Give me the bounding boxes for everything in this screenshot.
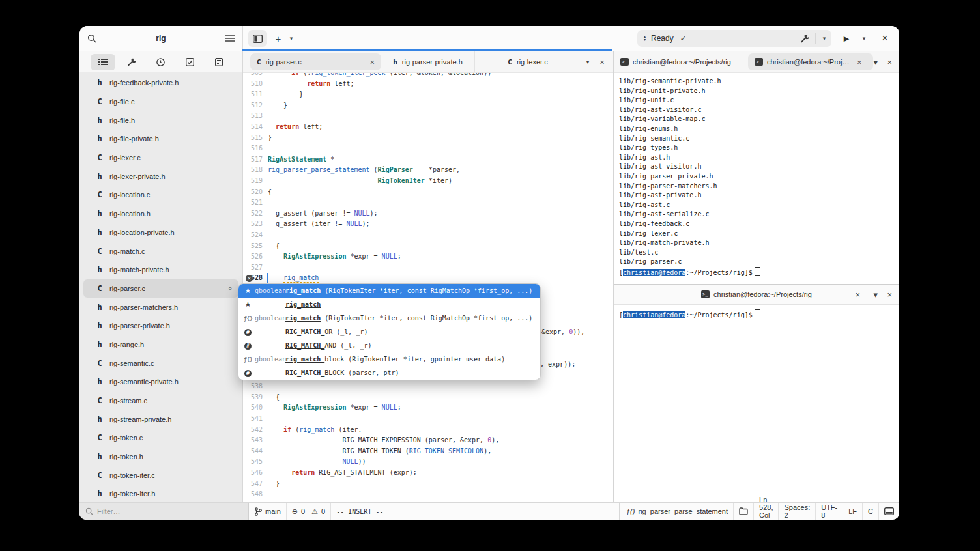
tab-label: rig-parser.c — [266, 58, 302, 66]
line-number: 545 — [243, 457, 265, 468]
run-button[interactable]: ▶ — [839, 30, 854, 47]
completion-item[interactable]: ƒ{}gbooleanrig_match (RigTokenIter *iter… — [238, 311, 540, 325]
file-row[interactable]: hrig-match-private.h — [83, 261, 238, 279]
file-row[interactable]: hrig-parser-private.h — [83, 317, 238, 335]
encoding-setting[interactable]: UTF-8 — [821, 503, 837, 519]
bottom-panel-toggle-icon[interactable] — [884, 507, 894, 515]
window-close-button[interactable]: × — [877, 31, 893, 46]
file-row[interactable]: Crig-parser.c○ — [83, 279, 238, 298]
completion-item[interactable]: #RIG_MATCH_AND (_l, _r) — [238, 339, 540, 352]
c-file-icon: C — [90, 153, 109, 162]
code-text: } — [265, 100, 287, 111]
frame-close-icon[interactable]: × — [595, 57, 609, 67]
terminal-panel-close-icon[interactable]: × — [887, 57, 892, 67]
current-symbol[interactable]: ƒ() rig_parser_parse_statement — [626, 507, 728, 515]
file-row[interactable]: hrig-semantic-private.h — [83, 373, 238, 391]
file-row[interactable]: Crig-token.c — [83, 429, 238, 447]
run-dropdown-icon[interactable]: ▾ — [858, 30, 870, 47]
tab-rig-lexer-c[interactable]: C rig-lexer.c — [474, 51, 581, 72]
file-name: rig-parser-private.h — [109, 322, 170, 330]
terminal-panel-close-icon[interactable]: × — [887, 290, 892, 300]
line-number: 538 — [243, 381, 265, 392]
line-number: 543 — [243, 435, 265, 446]
terminal-icon: >_ — [620, 58, 629, 66]
terminal-tab-1[interactable]: >_ christian@fedora:~/Projects/rig — [620, 58, 748, 66]
line-number: 549 — [243, 500, 265, 502]
file-row[interactable]: Crig-semantic.c — [83, 354, 238, 373]
completion-item[interactable]: #RIG_MATCH_BLOCK (parser, ptr) — [238, 366, 540, 380]
file-row[interactable]: hrig-lexer-private.h — [83, 167, 238, 186]
completion-item[interactable]: #RIG_MATCH_OR (_l, _r) — [238, 325, 540, 339]
terminal-tab-label: christian@fedora:~/Projects/rig — [767, 58, 853, 66]
code-text: rig_match — [265, 273, 319, 284]
match-text: rig_match — [285, 301, 321, 308]
terminal-tab-label[interactable]: christian@fedora:~/Projects/rig — [713, 290, 812, 298]
c-file-icon: C — [90, 396, 109, 405]
build-button[interactable] — [797, 30, 814, 47]
file-row[interactable]: hrig-range.h — [83, 335, 238, 354]
file-row[interactable]: Crig-token-iter.c — [83, 466, 238, 485]
file-row[interactable]: hrig-file-private.h — [83, 130, 238, 148]
file-row[interactable]: Crig-stream.c — [83, 391, 238, 410]
file-name: rig-match.c — [109, 247, 145, 255]
terminal-1[interactable]: lib/rig-semantic-private.hlib/rig-unit-p… — [614, 73, 899, 284]
file-name: rig-lexer-private.h — [109, 173, 166, 180]
file-row[interactable]: hrig-token.h — [83, 447, 238, 466]
documentation-panel-icon[interactable] — [207, 54, 231, 70]
file-row[interactable]: hrig-file.h — [83, 111, 238, 130]
indentation-setting[interactable]: Spaces: 2 — [784, 503, 810, 519]
line-number: 525 — [243, 241, 265, 252]
text-caret — [267, 273, 268, 284]
tab-close-icon[interactable]: × — [857, 57, 862, 67]
line-number: 547 — [243, 479, 265, 490]
terminal-tab-dropdown-icon[interactable]: ▾ — [873, 290, 878, 300]
tab-close-icon[interactable]: × — [367, 57, 377, 67]
cursor-position[interactable]: Ln 528, Col 14 — [759, 496, 773, 520]
warning-count[interactable]: ⚠ 0 — [311, 507, 325, 516]
line-number: 511 — [243, 89, 265, 100]
code-line: 528✕ rig_match — [243, 273, 613, 284]
build-panel-icon[interactable] — [120, 54, 145, 70]
file-row[interactable]: hrig-location.h — [83, 205, 238, 223]
error-count[interactable]: ⊖ 0 — [292, 507, 305, 516]
history-panel-icon[interactable] — [149, 54, 173, 70]
sidebar-toggle-button[interactable] — [248, 30, 267, 47]
file-row[interactable]: hrig-token-iter.h — [83, 485, 238, 502]
new-tab-dropdown-icon[interactable]: ▾ — [286, 30, 296, 47]
tab-list-dropdown-icon[interactable]: ▾ — [581, 59, 595, 65]
file-row[interactable]: Crig-file.c — [83, 92, 238, 111]
language-setting[interactable]: C — [868, 507, 873, 515]
terminal-line: lib/rig-enums.h — [619, 124, 899, 134]
completion-item[interactable]: ★gbooleanrig_match (RigTokenIter *iter, … — [238, 284, 540, 298]
h-file-icon: h — [90, 340, 109, 349]
terminal-tabbar: >_ christian@fedora:~/Projects/rig >_ ch… — [614, 51, 899, 73]
tab-close-icon[interactable]: × — [855, 290, 860, 300]
file-row[interactable]: hrig-stream-private.h — [83, 410, 238, 429]
omnibar[interactable]: ▴▾ Ready ✓ ▾ — [637, 30, 831, 47]
code-text: RIG_MATCH_TOKEN (RIG_TOKEN_SEMICOLON), — [265, 446, 491, 457]
completion-item[interactable]: ★rig_match — [238, 298, 540, 311]
completion-item[interactable]: ƒ{}gbooleanrig_match_block (RigTokenIter… — [238, 352, 540, 366]
project-search-text[interactable]: rig — [79, 34, 242, 43]
terminal-tab-2[interactable]: >_ christian@fedora:~/Projects/rig × — [748, 53, 873, 70]
file-name: rig-token.h — [109, 453, 143, 460]
filter-bar[interactable]: Filter… — [79, 503, 249, 520]
tab-rig-parser-c[interactable]: C rig-parser.c × — [250, 53, 381, 70]
new-tab-button[interactable]: + — [272, 30, 285, 47]
file-row[interactable]: Crig-match.c — [83, 242, 238, 261]
file-row[interactable]: Crig-location.c — [83, 186, 238, 205]
completion-detail: block (RigTokenIter *iter, gpointer user… — [324, 356, 505, 363]
terminal-tab-dropdown-icon[interactable]: ▾ — [873, 57, 878, 67]
file-row[interactable]: hrig-location-private.h — [83, 223, 238, 242]
file-row[interactable]: hrig-parser-matchers.h — [83, 298, 238, 317]
terminal-2[interactable]: [christian@fedora:~/Projects/rig]$ — [614, 305, 899, 502]
line-ending-setting[interactable]: LF — [848, 507, 857, 515]
project-tree-icon[interactable] — [91, 54, 115, 70]
file-row[interactable]: Crig-lexer.c — [83, 148, 238, 167]
todo-panel-icon[interactable] — [177, 54, 202, 70]
branch-indicator[interactable]: main — [255, 507, 281, 516]
file-row[interactable]: hrig-feedback-private.h — [83, 74, 238, 92]
folder-icon[interactable] — [739, 507, 748, 515]
build-dropdown-icon[interactable]: ▾ — [817, 30, 831, 47]
tab-rig-parser-private-h[interactable]: h rig-parser-private.h — [381, 53, 474, 70]
